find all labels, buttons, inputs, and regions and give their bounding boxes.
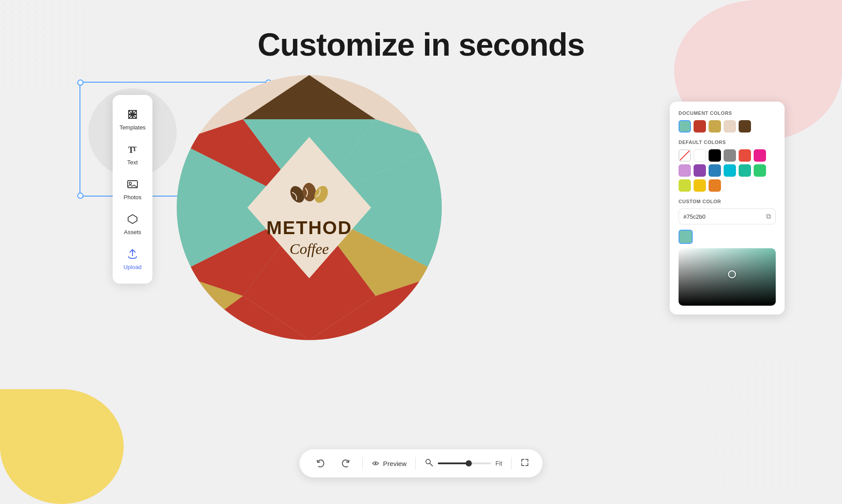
handle-bottom-left[interactable] bbox=[77, 193, 83, 199]
svg-text:Coffee: Coffee bbox=[290, 241, 329, 257]
doc-color-red[interactable] bbox=[694, 120, 706, 133]
copy-icon[interactable]: ⧉ bbox=[766, 212, 771, 220]
document-colors-label: DOCUMENT COLORS bbox=[679, 110, 776, 116]
default-color-lime[interactable] bbox=[679, 179, 691, 192]
sidebar-item-photos[interactable]: Photos bbox=[113, 172, 152, 207]
default-color-yellow[interactable] bbox=[694, 179, 706, 192]
default-color-pink[interactable] bbox=[754, 149, 766, 162]
selected-color-preview[interactable] bbox=[679, 230, 693, 244]
zoom-slider-fill bbox=[438, 462, 470, 464]
sidebar-item-assets[interactable]: Assets bbox=[113, 207, 152, 242]
default-color-teal[interactable] bbox=[739, 164, 751, 177]
bg-yellow-blob bbox=[0, 389, 124, 504]
text-label: Text bbox=[127, 159, 138, 166]
zoom-slider-handle[interactable] bbox=[466, 460, 472, 466]
default-color-cyan[interactable] bbox=[724, 164, 736, 177]
gradient-handle[interactable] bbox=[728, 270, 736, 278]
custom-color-input-wrap[interactable]: ⧉ bbox=[679, 208, 776, 224]
sidebar-item-upload[interactable]: Upload bbox=[113, 242, 152, 277]
svg-text:METHOD: METHOD bbox=[266, 217, 352, 238]
undo-button[interactable] bbox=[313, 455, 329, 471]
redo-button[interactable] bbox=[338, 455, 353, 471]
svg-point-27 bbox=[375, 462, 376, 464]
default-color-orange[interactable] bbox=[709, 179, 721, 192]
default-color-red[interactable] bbox=[739, 149, 751, 162]
upload-label: Upload bbox=[123, 264, 141, 270]
assets-label: Assets bbox=[124, 229, 141, 235]
doc-color-brown[interactable] bbox=[739, 120, 751, 133]
default-color-transparent[interactable] bbox=[679, 149, 691, 162]
doc-color-cream[interactable] bbox=[724, 120, 736, 133]
left-sidebar: Templates T T Text Photos Assets bbox=[113, 95, 152, 284]
fullscreen-button[interactable] bbox=[520, 458, 529, 469]
photos-icon bbox=[126, 178, 139, 192]
assets-icon bbox=[126, 213, 139, 227]
templates-icon bbox=[126, 108, 139, 122]
bg-dots-bottomright bbox=[665, 358, 798, 482]
bottom-toolbar: Preview Fit bbox=[300, 449, 542, 477]
zoom-controls: Fit bbox=[425, 458, 502, 469]
fit-label: Fit bbox=[495, 460, 502, 467]
text-icon: T T bbox=[126, 143, 139, 157]
default-color-purple[interactable] bbox=[694, 164, 706, 177]
preview-button[interactable]: Preview bbox=[372, 459, 406, 467]
gradient-darkness bbox=[679, 248, 776, 306]
zoom-icon bbox=[425, 458, 433, 469]
custom-color-input[interactable] bbox=[683, 213, 762, 220]
page-title: Customize in seconds bbox=[0, 27, 842, 63]
handle-top-left[interactable] bbox=[77, 80, 83, 86]
color-gradient-picker[interactable] bbox=[679, 248, 776, 306]
svg-point-5 bbox=[129, 182, 132, 185]
templates-label: Templates bbox=[119, 124, 145, 131]
toolbar-divider-3 bbox=[511, 457, 512, 470]
default-color-green[interactable] bbox=[754, 164, 766, 177]
default-colors-label: DEFAULT COLORS bbox=[679, 140, 776, 145]
zoom-slider[interactable] bbox=[438, 462, 491, 464]
upload-icon bbox=[126, 248, 139, 262]
document-color-swatches bbox=[679, 120, 776, 133]
default-color-white[interactable] bbox=[694, 149, 706, 162]
sidebar-item-templates[interactable]: Templates bbox=[113, 102, 152, 137]
doc-color-gold[interactable] bbox=[709, 120, 721, 133]
toolbar-divider-2 bbox=[415, 457, 416, 470]
svg-text:T: T bbox=[133, 146, 137, 152]
preview-label: Preview bbox=[383, 460, 406, 467]
logo-canvas: METHOD Coffee bbox=[172, 71, 446, 345]
default-color-lavender[interactable] bbox=[679, 164, 691, 177]
default-color-black[interactable] bbox=[709, 149, 721, 162]
sidebar-item-text[interactable]: T T Text bbox=[113, 137, 152, 172]
toolbar-divider-1 bbox=[362, 457, 363, 470]
default-color-blue[interactable] bbox=[709, 164, 721, 177]
default-color-swatches bbox=[679, 149, 776, 192]
default-color-gray[interactable] bbox=[724, 149, 736, 162]
color-panel: DOCUMENT COLORS DEFAULT COLORS CUSTOM CO… bbox=[670, 102, 785, 315]
photos-label: Photos bbox=[124, 194, 141, 201]
doc-color-teal[interactable] bbox=[679, 120, 691, 133]
custom-color-label: CUSTOM COLOR bbox=[679, 199, 776, 204]
svg-line-29 bbox=[430, 463, 432, 466]
